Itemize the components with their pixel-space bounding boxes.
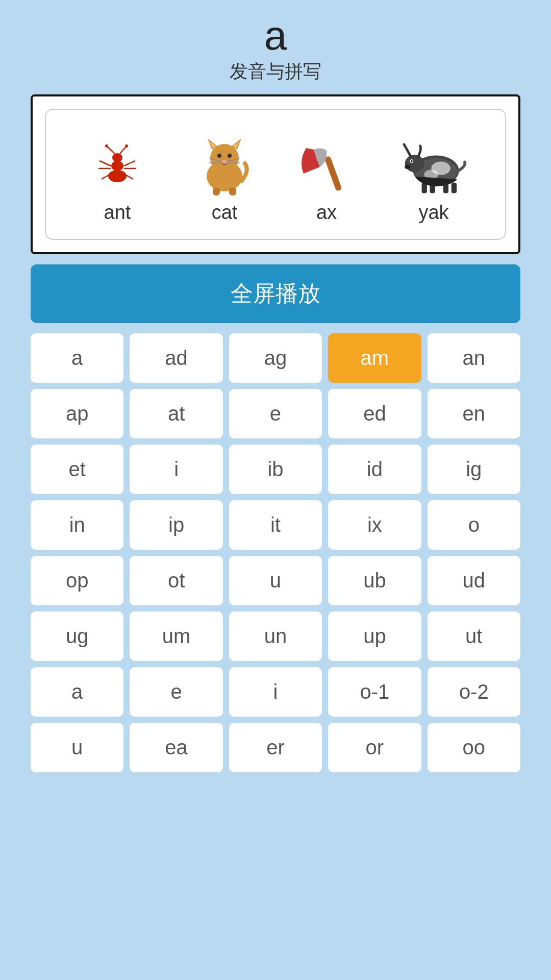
fullscreen-button[interactable]: 全屏播放 bbox=[31, 264, 520, 323]
grid-item-u-22[interactable]: u bbox=[229, 556, 322, 605]
grid-item-ap-5[interactable]: ap bbox=[31, 389, 123, 438]
grid-item-a-30[interactable]: a bbox=[31, 667, 123, 717]
grid-item-am-3[interactable]: am bbox=[328, 333, 421, 383]
svg-line-10 bbox=[124, 161, 135, 166]
svg-point-37 bbox=[406, 166, 408, 168]
grid-item-ug-25[interactable]: ug bbox=[31, 611, 123, 661]
cat-label: cat bbox=[212, 202, 238, 224]
svg-rect-42 bbox=[452, 183, 457, 193]
grid-item-or-38[interactable]: or bbox=[328, 723, 421, 772]
svg-point-6 bbox=[125, 144, 128, 148]
image-card-container: ant bbox=[31, 94, 520, 254]
svg-point-35 bbox=[411, 160, 413, 162]
grid-item-an-4[interactable]: an bbox=[428, 333, 520, 383]
grid-item-it-17[interactable]: it bbox=[229, 500, 322, 550]
grid-item-ud-24[interactable]: ud bbox=[428, 556, 520, 605]
grid-item-in-15[interactable]: in bbox=[31, 500, 123, 550]
grid-item-a-0[interactable]: a bbox=[31, 333, 123, 383]
grid-item-e-31[interactable]: e bbox=[130, 667, 222, 717]
animal-ant: ant bbox=[79, 140, 156, 224]
grid-item-ut-29[interactable]: ut bbox=[428, 611, 520, 661]
grid-item-op-20[interactable]: op bbox=[31, 556, 123, 605]
header: a 发音与拼写 bbox=[0, 0, 551, 89]
grid-item-up-28[interactable]: up bbox=[328, 611, 421, 661]
grid-item-oo-39[interactable]: oo bbox=[428, 723, 520, 772]
animal-yak: yak bbox=[395, 135, 472, 224]
grid-item-id-13[interactable]: id bbox=[328, 445, 421, 494]
grid-item-o-19[interactable]: o bbox=[428, 500, 520, 550]
grid-item-ea-36[interactable]: ea bbox=[130, 723, 222, 772]
svg-rect-28 bbox=[324, 156, 342, 191]
ant-label: ant bbox=[104, 202, 131, 224]
grid-item-en-9[interactable]: en bbox=[428, 389, 520, 438]
ax-icon bbox=[293, 140, 360, 197]
svg-line-3 bbox=[107, 146, 115, 154]
grid-item-e-7[interactable]: e bbox=[229, 389, 322, 438]
grid-item-un-27[interactable]: un bbox=[229, 611, 322, 661]
svg-rect-26 bbox=[213, 187, 220, 195]
svg-point-38 bbox=[408, 166, 410, 168]
grid-section: aadagamanapateedenetiibidiginipitixoopot… bbox=[31, 333, 520, 782]
grid-item-u-35[interactable]: u bbox=[31, 723, 123, 772]
grid-item-ip-16[interactable]: ip bbox=[130, 500, 222, 550]
svg-point-2 bbox=[112, 153, 122, 162]
ant-icon bbox=[79, 140, 156, 197]
phonics-grid: aadagamanapateedenetiibidiginipitixoopot… bbox=[31, 333, 520, 782]
svg-point-19 bbox=[217, 154, 221, 158]
image-card: ant bbox=[45, 109, 506, 240]
svg-point-0 bbox=[108, 170, 127, 182]
animals-row: ant bbox=[61, 120, 490, 224]
grid-item-um-26[interactable]: um bbox=[130, 611, 222, 661]
svg-line-7 bbox=[99, 161, 111, 166]
yak-label: yak bbox=[418, 202, 448, 224]
svg-line-5 bbox=[120, 146, 126, 154]
svg-point-33 bbox=[405, 155, 424, 172]
subtitle: 发音与拼写 bbox=[10, 59, 541, 84]
grid-item-ed-8[interactable]: ed bbox=[328, 389, 421, 438]
grid-item-ub-23[interactable]: ub bbox=[328, 556, 421, 605]
grid-item-i-32[interactable]: i bbox=[229, 667, 322, 717]
svg-point-4 bbox=[105, 144, 108, 148]
grid-item-o-1-33[interactable]: o-1 bbox=[328, 667, 421, 717]
svg-rect-27 bbox=[229, 187, 236, 195]
svg-point-14 bbox=[210, 144, 239, 173]
grid-item-ot-21[interactable]: ot bbox=[130, 556, 222, 605]
svg-point-20 bbox=[228, 154, 232, 158]
grid-item-ib-12[interactable]: ib bbox=[229, 445, 322, 494]
svg-point-21 bbox=[222, 160, 227, 164]
main-letter: a bbox=[10, 15, 541, 56]
cat-icon bbox=[191, 130, 258, 197]
grid-item-ag-2[interactable]: ag bbox=[229, 333, 322, 383]
animal-cat: cat bbox=[191, 130, 258, 224]
yak-icon bbox=[395, 135, 472, 197]
grid-item-er-37[interactable]: er bbox=[229, 723, 322, 772]
grid-item-ad-1[interactable]: ad bbox=[130, 333, 222, 383]
grid-item-o-2-34[interactable]: o-2 bbox=[428, 667, 520, 717]
grid-item-ix-18[interactable]: ix bbox=[328, 500, 421, 550]
animal-ax: ax bbox=[293, 140, 360, 224]
grid-item-at-6[interactable]: at bbox=[130, 389, 222, 438]
ax-label: ax bbox=[316, 202, 337, 224]
grid-item-i-11[interactable]: i bbox=[130, 445, 222, 494]
grid-item-ig-14[interactable]: ig bbox=[428, 445, 520, 494]
grid-item-et-10[interactable]: et bbox=[31, 445, 123, 494]
